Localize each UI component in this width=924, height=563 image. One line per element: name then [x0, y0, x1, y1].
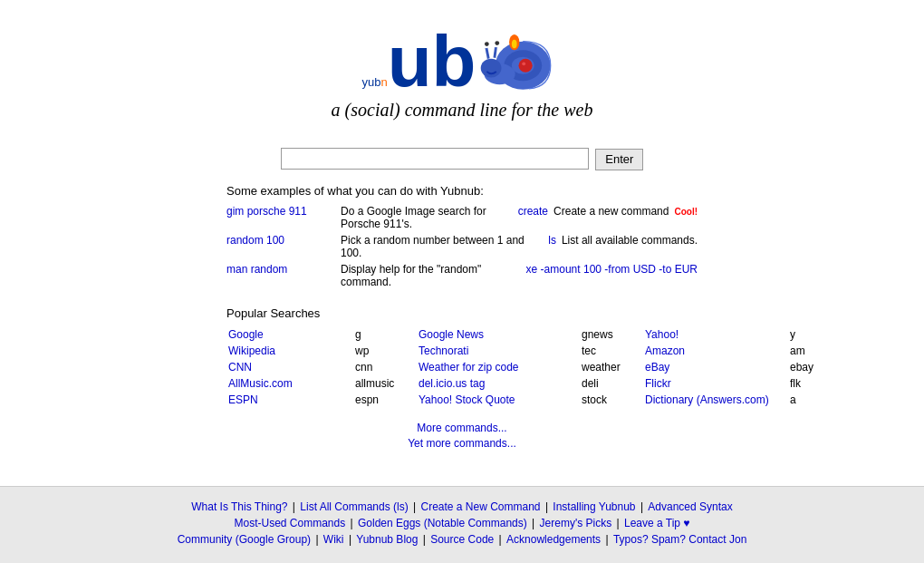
pop-cell: Dictionary (Answers.com) — [643, 393, 788, 407]
footer-line-1: What Is This Thing? | List All Commands … — [9, 500, 915, 513]
footer-link-create-command[interactable]: Create a New Command — [420, 500, 540, 513]
search-input[interactable] — [281, 148, 589, 170]
footer-link-most-used[interactable]: Most-Used Commands — [234, 517, 345, 529]
pop-cell: cnn — [353, 360, 417, 374]
svg-point-10 — [496, 41, 500, 45]
pop-cell: del.icio.us tag — [417, 376, 580, 391]
example-row-1: gim porsche 911 Do a Google Image search… — [226, 205, 698, 230]
footer-link-community[interactable]: Community (Google Group) — [178, 533, 311, 546]
logo-yub: yub — [362, 75, 381, 89]
pop-link-flickr[interactable]: Flickr — [645, 377, 671, 390]
popular-grid: Google g Google News gnews Yahoo! y Wiki… — [226, 327, 698, 407]
pop-cell: CNN — [226, 360, 353, 374]
pop-cell: Google — [226, 327, 353, 342]
header: yubnub — [0, 0, 924, 130]
separator: | — [349, 533, 354, 546]
footer-link-installing[interactable]: Installing Yubnub — [553, 500, 635, 513]
pop-cell: ebay — [788, 360, 833, 374]
example-row-2: random 100 Pick a random number between … — [226, 234, 698, 259]
separator: | — [640, 500, 646, 513]
svg-point-12 — [512, 40, 517, 49]
separator: | — [532, 517, 537, 529]
example-link-ls[interactable]: ls — [548, 234, 556, 247]
search-area: Enter — [0, 148, 924, 170]
svg-point-14 — [523, 62, 526, 65]
example-extra-2: List all available commands. — [562, 234, 698, 247]
example-command-3[interactable]: man random — [226, 263, 335, 276]
pop-cell: espn — [353, 393, 417, 407]
footer-link-blog[interactable]: Yubnub Blog — [356, 533, 418, 546]
example-desc-1: Do a Google Image search for Porsche 911… — [341, 205, 513, 230]
footer-link-wiki[interactable]: Wiki — [323, 533, 344, 546]
footer-link-source-code[interactable]: Source Code — [430, 533, 494, 546]
separator: | — [423, 533, 428, 546]
pop-cell: gnews — [580, 327, 643, 342]
footer-link-golden-eggs[interactable]: Golden Eggs (Notable Commands) — [358, 517, 527, 529]
example-row-3: man random Display help for the "random"… — [226, 263, 698, 288]
footer-link-acknowledgements[interactable]: Acknowledgements — [506, 533, 601, 546]
separator: | — [499, 533, 505, 546]
separator: | — [293, 500, 298, 513]
footer-link-contact[interactable]: Typos? Spam? Contact Jon — [613, 533, 746, 546]
pop-link-allmusic[interactable]: AllMusic.com — [228, 377, 293, 390]
logo-n: n — [381, 75, 388, 89]
example-link-create[interactable]: create — [518, 205, 548, 218]
pop-cell: Yahoo! — [643, 327, 788, 342]
pop-cell: a — [788, 393, 833, 407]
pop-cell: flk — [788, 376, 833, 391]
pop-link-amazon[interactable]: Amazon — [645, 345, 685, 357]
pop-link-google[interactable]: Google — [228, 328, 264, 341]
pop-link-ebay[interactable]: eBay — [645, 361, 669, 374]
example-command-2[interactable]: random 100 — [226, 234, 335, 247]
pop-cell: ESPN — [226, 393, 353, 407]
separator: | — [315, 533, 321, 546]
pop-link-googlenews[interactable]: Google News — [419, 328, 484, 341]
example-link-xe[interactable]: xe -amount 100 -from USD -to EUR — [526, 263, 698, 276]
separator: | — [605, 533, 611, 546]
pop-link-yahoo[interactable]: Yahoo! — [645, 328, 679, 341]
pop-cell: wp — [353, 344, 417, 358]
pop-link-espn[interactable]: ESPN — [228, 393, 258, 406]
pop-cell: Google News — [417, 327, 580, 342]
pop-cell: Amazon — [643, 344, 788, 358]
svg-point-13 — [519, 59, 533, 73]
svg-point-4 — [481, 59, 502, 78]
pop-link-wikipedia[interactable]: Wikipedia — [228, 345, 275, 357]
example-extra-1: Create a new command — [553, 205, 669, 218]
more-commands-link2[interactable]: Yet more commands... — [226, 437, 698, 450]
pop-link-technorati[interactable]: Technorati — [419, 345, 468, 357]
footer-link-jeremys-picks[interactable]: Jeremy's Picks — [540, 517, 612, 529]
tagline: a (social) command line for the web — [0, 100, 924, 121]
pop-cell: stock — [580, 393, 643, 407]
footer-link-whats-this[interactable]: What Is This Thing? — [191, 500, 287, 513]
pop-cell: allmusic — [353, 376, 417, 391]
logo-ub: ub — [388, 21, 476, 102]
main-content: Some examples of what you can do with Yu… — [208, 184, 716, 450]
separator: | — [413, 500, 419, 513]
footer-link-list-commands[interactable]: List All Commands (ls) — [300, 500, 408, 513]
pop-cell: tec — [580, 344, 643, 358]
example-desc-3: Display help for the "random" command. — [341, 263, 521, 288]
pop-link-cnn[interactable]: CNN — [228, 361, 252, 374]
pop-cell: AllMusic.com — [226, 376, 353, 391]
separator: | — [617, 517, 622, 529]
examples-section: Some examples of what you can do with Yu… — [226, 184, 698, 288]
pop-cell: am — [788, 344, 833, 358]
pop-link-stockquote[interactable]: Yahoo! Stock Quote — [419, 393, 515, 406]
pop-cell: y — [788, 327, 833, 342]
pop-link-weather[interactable]: Weather for zip code — [419, 361, 519, 374]
enter-button[interactable]: Enter — [595, 149, 643, 170]
footer-line-3: Community (Google Group) | Wiki | Yubnub… — [9, 533, 915, 546]
pop-cell: Weather for zip code — [417, 360, 580, 374]
example-desc-2: Pick a random number between 1 and 100. — [341, 234, 543, 259]
more-commands-link1[interactable]: More commands... — [226, 422, 698, 434]
footer-link-leave-tip[interactable]: Leave a Tip ♥ — [624, 517, 690, 529]
pop-cell: Flickr — [643, 376, 788, 391]
snail-mascot — [476, 18, 562, 104]
pop-link-delicious[interactable]: del.icio.us tag — [419, 377, 485, 390]
pop-link-dictionary[interactable]: Dictionary (Answers.com) — [645, 393, 769, 406]
footer-link-advanced[interactable]: Advanced Syntax — [648, 500, 732, 513]
footer: What Is This Thing? | List All Commands … — [0, 486, 924, 563]
footer-line-2: Most-Used Commands | Golden Eggs (Notabl… — [9, 517, 915, 529]
example-command-1[interactable]: gim porsche 911 — [226, 205, 335, 218]
